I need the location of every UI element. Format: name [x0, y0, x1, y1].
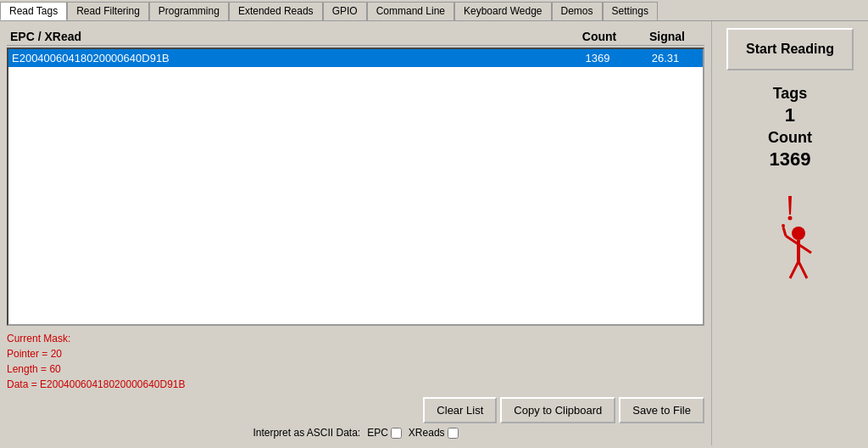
svg-point-9: [782, 224, 785, 227]
tag-epc: E20040060418020000640D91B: [12, 52, 564, 64]
tag-signal: 26.31: [632, 52, 699, 64]
right-panel: Start Reading Tags 1 Count 1369: [711, 21, 868, 445]
svg-line-8: [798, 261, 807, 278]
table-header: EPC / XRead Count Signal: [7, 28, 704, 46]
mask-length: Length = 60: [7, 361, 704, 377]
xreads-checkbox[interactable]: [448, 428, 459, 439]
bottom-buttons: Clear List Copy to Clipboard Save to Fil…: [423, 397, 704, 423]
tab-settings[interactable]: Settings: [603, 2, 658, 20]
svg-point-2: [792, 227, 805, 240]
tags-label: Tags: [768, 84, 812, 104]
tab-bar: Read Tags Read Filtering Programming Ext…: [0, 0, 868, 21]
tab-read-filtering[interactable]: Read Filtering: [67, 2, 149, 20]
col-epc-header: EPC / XRead: [10, 30, 565, 43]
tag-list[interactable]: E20040060418020000640D91B 1369 26.31: [7, 48, 704, 326]
count-label: Count: [768, 128, 812, 148]
clear-list-button[interactable]: Clear List: [423, 397, 497, 423]
mask-title: Current Mask:: [7, 331, 704, 346]
table-row[interactable]: E20040060418020000640D91B 1369 26.31: [8, 49, 703, 67]
tab-command-line[interactable]: Command Line: [367, 2, 454, 20]
tab-keyboard-wedge[interactable]: Keyboard Wedge: [454, 2, 552, 20]
svg-line-7: [790, 261, 798, 278]
col-signal-header: Signal: [633, 30, 701, 43]
mask-info: Current Mask: Pointer = 20 Length = 60 D…: [7, 331, 704, 392]
svg-line-6: [798, 244, 811, 253]
start-reading-button[interactable]: Start Reading: [726, 28, 854, 70]
ascii-epc-label[interactable]: EPC: [367, 427, 402, 439]
stats-panel: Tags 1 Count 1369: [768, 84, 812, 172]
bottom-row: Clear List Copy to Clipboard Save to Fil…: [7, 397, 704, 423]
epc-checkbox[interactable]: [391, 428, 402, 439]
svg-marker-0: [788, 196, 792, 215]
svg-point-1: [788, 216, 793, 220]
left-panel: EPC / XRead Count Signal E20040060418020…: [0, 21, 711, 445]
xreads-label-text: XReads: [409, 427, 445, 439]
main-content: EPC / XRead Count Signal E20040060418020…: [0, 21, 868, 445]
save-file-button[interactable]: Save to File: [619, 397, 704, 423]
tag-count: 1369: [564, 52, 632, 64]
col-count-header: Count: [565, 30, 633, 43]
rfid-person-icon: [756, 189, 824, 294]
epc-label-text: EPC: [367, 427, 388, 439]
count-value: 1369: [768, 148, 812, 172]
ascii-xreads-label[interactable]: XReads: [409, 427, 459, 439]
tab-read-tags[interactable]: Read Tags: [0, 2, 67, 20]
tab-demos[interactable]: Demos: [552, 2, 603, 20]
svg-line-5: [783, 227, 786, 236]
mask-pointer: Pointer = 20: [7, 346, 704, 361]
tab-programming[interactable]: Programming: [149, 2, 229, 20]
mask-data: Data = E20040060418020000640D91B: [7, 377, 704, 392]
ascii-label: Interpret as ASCII Data:: [253, 427, 360, 439]
tab-extended-reads[interactable]: Extended Reads: [229, 2, 323, 20]
copy-clipboard-button[interactable]: Copy to Clipboard: [500, 397, 615, 423]
tab-gpio[interactable]: GPIO: [323, 2, 367, 20]
tags-value: 1: [768, 104, 812, 128]
ascii-interpret-row: Interpret as ASCII Data: EPC XReads: [7, 427, 704, 439]
